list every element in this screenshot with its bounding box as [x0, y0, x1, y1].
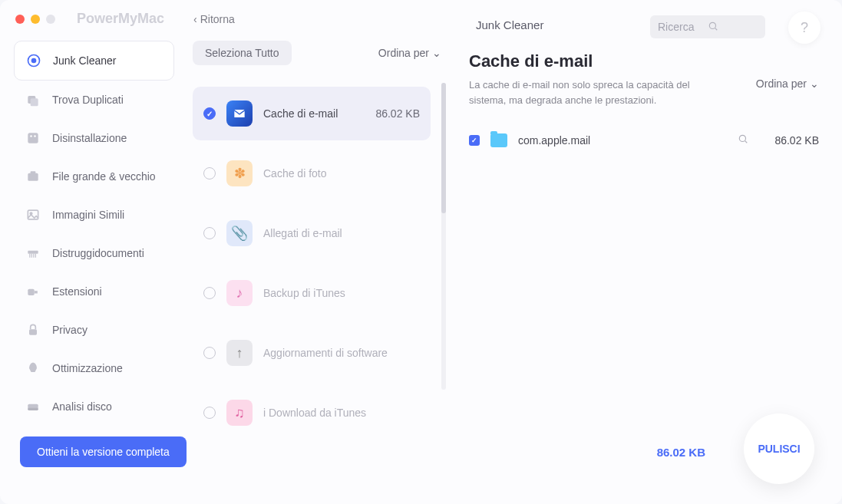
sidebar-item-uninstall[interactable]: Disinstallazione: [14, 119, 174, 157]
file-size: 86.02 KB: [774, 134, 819, 147]
scrollbar-thumb[interactable]: [441, 83, 446, 213]
sidebar-item-label: Disinstallazione: [52, 132, 127, 144]
svg-rect-18: [28, 289, 34, 295]
category-label: Backup di iTunes: [263, 287, 420, 299]
category-label: Cache di foto: [263, 167, 420, 180]
window-controls[interactable]: [15, 15, 55, 24]
duplicates-icon: [25, 91, 41, 108]
sidebar-item-duplicates[interactable]: Trova Duplicati: [14, 81, 174, 119]
lock-icon: [25, 321, 41, 338]
sidebar-item-label: Estensioni: [52, 285, 102, 298]
search-input[interactable]: Ricerca: [650, 15, 765, 38]
category-label: Aggiornamenti di software: [263, 347, 420, 359]
checkbox-icon[interactable]: [203, 347, 216, 359]
svg-line-23: [745, 141, 748, 143]
itunes-icon: ♪: [226, 280, 253, 306]
extension-icon: [25, 283, 41, 300]
sidebar-item-label: File grande & vecchio: [52, 170, 156, 183]
sidebar-item-large-old[interactable]: File grande & vecchio: [14, 157, 174, 196]
chevron-down-icon: ⌄: [810, 77, 819, 90]
svg-point-22: [740, 135, 746, 141]
svg-rect-6: [28, 133, 38, 143]
select-all-button[interactable]: Seleziona Tutto: [193, 41, 292, 65]
maximize-window-icon[interactable]: [46, 15, 55, 24]
sidebar-item-shredder[interactable]: Distruggidocumenti: [14, 234, 174, 272]
svg-point-8: [34, 135, 36, 137]
detail-description: La cache di e-mail non solo spreca la ca…: [469, 77, 715, 107]
image-icon: [25, 206, 41, 223]
uninstall-icon: [25, 130, 41, 147]
sidebar-item-label: Junk Cleaner: [53, 54, 117, 67]
category-photo-cache[interactable]: ✽ Cache di foto: [193, 147, 431, 200]
app-title: PowerMyMac: [77, 11, 164, 27]
checkbox-icon[interactable]: [469, 135, 480, 146]
rocket-icon: [25, 360, 41, 377]
svg-rect-9: [28, 173, 38, 181]
sidebar-item-label: Trova Duplicati: [52, 94, 124, 106]
sidebar-item-label: Ottimizzazione: [52, 362, 123, 374]
category-label: Cache di e-mail: [263, 107, 365, 120]
mail-icon: [226, 100, 253, 127]
help-button[interactable]: ?: [788, 12, 821, 44]
sidebar-item-extensions[interactable]: Estensioni: [14, 272, 174, 311]
svg-rect-5: [31, 98, 38, 106]
sort-label: Ordina per: [756, 77, 807, 90]
checkbox-icon[interactable]: [203, 167, 216, 180]
chevron-down-icon: ⌄: [432, 47, 441, 59]
category-label: Allegati di e-mail: [263, 227, 420, 239]
sidebar-item-label: Immagini Simili: [52, 209, 124, 221]
help-icon: ?: [801, 20, 808, 36]
minimize-window-icon[interactable]: [31, 15, 40, 24]
category-itunes-backup[interactable]: ♪ Backup di iTunes: [193, 266, 431, 320]
sidebar-item-privacy[interactable]: Privacy: [14, 311, 174, 349]
sort-by-dropdown[interactable]: Ordina per ⌄: [378, 47, 441, 59]
svg-rect-13: [28, 251, 38, 254]
shredder-icon: [25, 245, 41, 262]
svg-rect-19: [29, 329, 37, 335]
total-size: 86.02 KB: [657, 446, 705, 459]
attachment-icon: 📎: [226, 220, 253, 246]
close-window-icon[interactable]: [15, 15, 25, 24]
update-icon: ↑: [226, 340, 253, 366]
svg-line-1: [715, 28, 718, 30]
checkbox-icon[interactable]: [203, 227, 216, 239]
scrollbar[interactable]: [441, 83, 446, 390]
sidebar-item-optimization[interactable]: Ottimizzazione: [14, 349, 174, 387]
category-size: 86.02 KB: [375, 107, 420, 120]
file-name: com.apple.mail: [518, 134, 727, 147]
sidebar-item-label: Privacy: [52, 324, 88, 336]
search-icon: [708, 21, 758, 34]
sidebar-item-junk-cleaner[interactable]: Junk Cleaner: [14, 41, 174, 81]
detail-sort-dropdown[interactable]: Ordina per ⌄: [756, 77, 819, 90]
svg-point-3: [31, 58, 37, 64]
page-title: Junk Cleaner: [476, 18, 543, 31]
back-label: Ritorna: [200, 13, 235, 25]
category-software-updates[interactable]: ↑ Aggiornamenti di software: [193, 326, 431, 380]
sidebar-item-label: Distruggidocumenti: [52, 247, 144, 259]
svg-point-0: [709, 22, 715, 28]
large-file-icon: [25, 168, 41, 185]
back-button[interactable]: ‹ Ritorna: [193, 13, 235, 25]
sort-label: Ordina per: [378, 47, 429, 59]
magnify-icon[interactable]: [738, 133, 748, 147]
svg-point-7: [30, 135, 32, 137]
search-placeholder: Ricerca: [658, 21, 708, 33]
svg-rect-11: [28, 210, 38, 219]
upgrade-button[interactable]: Ottieni la versione completa: [20, 436, 187, 467]
category-email-cache[interactable]: Cache di e-mail 86.02 KB: [193, 87, 431, 140]
photo-icon: ✽: [226, 160, 253, 186]
checkbox-icon[interactable]: [203, 107, 216, 120]
chevron-left-icon: ‹: [193, 13, 197, 25]
category-email-attachments[interactable]: 📎 Allegati di e-mail: [193, 206, 431, 260]
clean-button[interactable]: PULISCI: [744, 413, 814, 484]
sidebar-item-similar-images[interactable]: Immagini Simili: [14, 196, 174, 234]
cleaner-icon: [25, 52, 42, 69]
file-row[interactable]: com.apple.mail 86.02 KB: [469, 126, 819, 155]
folder-icon: [490, 133, 507, 147]
detail-title: Cache di e-mail: [469, 51, 819, 71]
svg-rect-10: [31, 171, 36, 173]
checkbox-icon[interactable]: [203, 287, 216, 299]
